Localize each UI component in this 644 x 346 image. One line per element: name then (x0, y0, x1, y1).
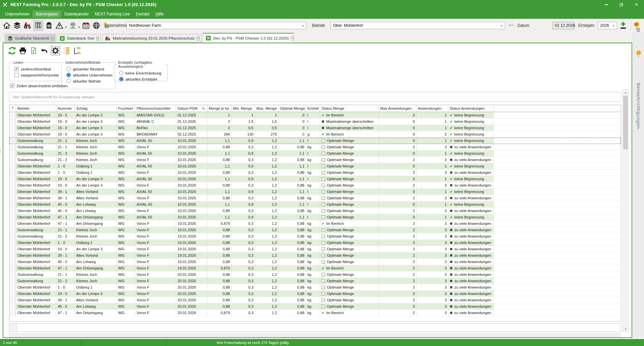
table-row[interactable]: Oberster Mühlenhof39 - 1Altes VorlandWGV… (9, 252, 621, 259)
row-indicator-cell[interactable] (9, 208, 16, 214)
row-indicator-cell[interactable] (9, 169, 16, 176)
column-header[interactable]: Status Menge (320, 105, 379, 112)
linien-option[interactable]: waagerecht/horizontal (14, 73, 59, 77)
row-indicator-cell[interactable] (9, 125, 16, 131)
table-row[interactable]: Oberster Mühlenhof19 - 0An der Lempe 3WG… (9, 176, 621, 182)
layers-icon[interactable] (12, 20, 22, 31)
tab-close-icon[interactable]: ✕ (291, 36, 294, 41)
table-row[interactable]: →Gutsverwaltung21 - 1Kleines JochWGAXIAL… (9, 138, 621, 144)
calendar-icon[interactable] (81, 20, 91, 31)
menu-item[interactable]: Unternehmen (2, 10, 33, 18)
minimize-button[interactable] (599, 0, 614, 9)
erntejahr-option[interactable]: aktuelles Erntejahr (119, 77, 165, 81)
row-indicator-cell[interactable] (9, 303, 16, 310)
table-row[interactable]: Oberster Mühlenhof39 - 1Altes VorlandWGV… (9, 195, 621, 201)
column-header[interactable]: Einheit (306, 105, 320, 112)
table-row[interactable]: Oberster Mühlenhof1 - 0Ostberg 1WGVorox … (9, 240, 621, 246)
table-row[interactable]: Oberster Mühlenhof45 - 0Am LohwegWGAXIAL… (9, 201, 621, 208)
column-header[interactable]: Status Anwendungen (448, 105, 494, 112)
row-indicator-cell[interactable] (9, 118, 16, 125)
table-row[interactable]: Oberster Mühlenhof45 - 0Am LohwegWGVorox… (9, 303, 621, 310)
tab-4[interactable]: Dev. by PS - PSM Checker 1.0 (02.12.2025… (203, 33, 294, 43)
row-indicator-cell[interactable] (9, 144, 16, 150)
unternehmen-combobox[interactable]: Nordhessen Farm∨ (127, 22, 306, 29)
table-row[interactable]: Oberster Mühlenhof19 - 0An der Lempe 3WG… (9, 291, 621, 297)
menu-item[interactable]: NEXT Farming Live (92, 10, 133, 18)
tab-1[interactable]: Grafische Übersicht✕ (5, 34, 56, 43)
row-indicator-cell[interactable] (9, 240, 16, 246)
group-by-area[interactable]: Hier Spaltenüberschrift für Gruppierung … (9, 92, 621, 102)
globe-icon[interactable] (92, 20, 101, 31)
table-row[interactable]: Oberster Mühlenhof47 - 1Am OrtseingangWG… (9, 214, 621, 220)
table-row[interactable]: Oberster Mühlenhof19 - 0An der Lempe 3WG… (9, 131, 621, 138)
tab-close-icon[interactable]: ✕ (197, 36, 200, 41)
column-header[interactable]: Min. Menge (232, 105, 255, 112)
column-header[interactable]: Anwendungen (416, 105, 448, 112)
table-row[interactable]: Oberster Mühlenhof19 - 0An der Lempe 3WG… (9, 118, 621, 125)
row-indicator-cell[interactable] (9, 201, 16, 208)
field-icon[interactable] (55, 20, 64, 31)
table-row[interactable]: Gutsverwaltung21 - 2Kleines JochWGVorox … (9, 278, 621, 284)
print-icon[interactable] (18, 46, 28, 55)
column-header[interactable]: Fruchtart (117, 105, 135, 112)
menu-item[interactable]: Fenster (133, 10, 153, 18)
unternehmen-betrieb-option[interactable]: aktueller Betrieb (66, 79, 112, 83)
restore-button[interactable] (614, 0, 629, 9)
table-row[interactable]: Oberster Mühlenhof1 - 0Ostberg 1WGVorox … (9, 284, 621, 291)
row-indicator-cell[interactable] (9, 176, 16, 182)
column-header[interactable]: Max. Menge (255, 105, 279, 112)
row-indicator-cell[interactable] (9, 220, 16, 227)
tree1-icon[interactable] (62, 46, 71, 55)
row-indicator-cell[interactable] (9, 131, 16, 138)
tab-3[interactable]: Maßnahmebuchung 20.01.2026 Pflanzenschut… (102, 34, 202, 43)
menu-item[interactable]: Datentransfer (61, 10, 92, 18)
table-row[interactable]: Oberster Mühlenhof47 - 1Am OrtseingangWG… (9, 220, 621, 227)
silo-icon[interactable] (44, 20, 54, 31)
erntejahr-select[interactable]: 2026∨ (598, 22, 617, 29)
table-row[interactable]: Oberster Mühlenhof47 - 1Am OrtseingangWG… (9, 265, 621, 271)
menu-item[interactable]: Hilfe (153, 10, 167, 18)
row-indicator-cell[interactable] (9, 182, 16, 189)
tubes-icon[interactable] (33, 20, 43, 31)
table-row[interactable]: Oberster Mühlenhof45 - 0Am LohwegWGVorox… (9, 259, 621, 265)
table-row[interactable]: Oberster Mühlenhof1 - 0Ostberg 1WGAXIAL … (9, 163, 621, 169)
table-row[interactable]: Gutsverwaltung21 - 1Kleines JochWGVorox … (9, 227, 621, 233)
table-row[interactable]: Gutsverwaltung21 - 2Kleines JochWGAXIAL … (9, 150, 621, 157)
column-header[interactable]: Menge je ha (207, 105, 232, 112)
linien-option[interactable]: ✓senkrecht/vertikal (14, 67, 59, 71)
undo-icon[interactable] (40, 46, 49, 55)
row-indicator-cell[interactable] (9, 265, 16, 271)
vertical-scrollbar[interactable]: ▲ ▼ (623, 89, 629, 332)
table-row[interactable]: Oberster Mühlenhof19 - 0An der Lempe 3WG… (9, 182, 621, 189)
table-row[interactable]: Gutsverwaltung21 - 2Kleines JochWGVorox … (9, 157, 621, 163)
table-row[interactable]: Oberster Mühlenhof39 - 1Altes VorlandWGV… (9, 297, 621, 303)
add-button[interactable] (619, 21, 627, 31)
row-indicator-cell[interactable] (9, 310, 16, 316)
gear-icon[interactable] (50, 46, 60, 56)
refresh-icon[interactable] (7, 46, 17, 55)
table-row[interactable]: Gutsverwaltung21 - 1Kleines JochWGVorox … (9, 271, 621, 278)
report-icon[interactable] (29, 46, 38, 55)
row-indicator-cell[interactable] (9, 297, 16, 303)
unternehmen-betrieb-option[interactable]: gesamter Bestand (66, 67, 112, 71)
dropdown-caret-icon[interactable]: ▾ (79, 26, 80, 29)
column-header[interactable]: Schlag (75, 105, 117, 112)
datum-input[interactable]: 02.12.2026 (553, 22, 574, 29)
table-row[interactable]: Oberster Mühlenhof45 - 0Am LohwegWGVorox… (9, 208, 621, 214)
scrollbar-thumb[interactable] (623, 96, 628, 149)
row-indicator-cell[interactable] (9, 271, 16, 278)
row-indicator-cell[interactable] (9, 227, 16, 233)
tab-2[interactable]: Datenbank-Tool✕ (57, 34, 101, 43)
tab-close-icon[interactable]: ✕ (96, 36, 99, 41)
home-icon[interactable] (2, 20, 11, 31)
row-indicator-cell[interactable] (9, 291, 16, 297)
erntejahr-option[interactable]: keine Einschränkung (119, 71, 165, 75)
tractor-icon[interactable] (23, 20, 32, 31)
row-indicator-cell[interactable] (9, 259, 16, 265)
column-header[interactable]: Betrieb (16, 105, 56, 112)
row-indicator-cell[interactable] (9, 246, 16, 252)
row-indicator-cell[interactable] (9, 112, 16, 118)
row-indicator-cell[interactable] (9, 189, 16, 195)
column-header[interactable]: Max Anwendungen (379, 105, 416, 112)
zeilen-checkbox[interactable]: ✓ Zeilen abwechselnd einfärben (10, 84, 68, 88)
